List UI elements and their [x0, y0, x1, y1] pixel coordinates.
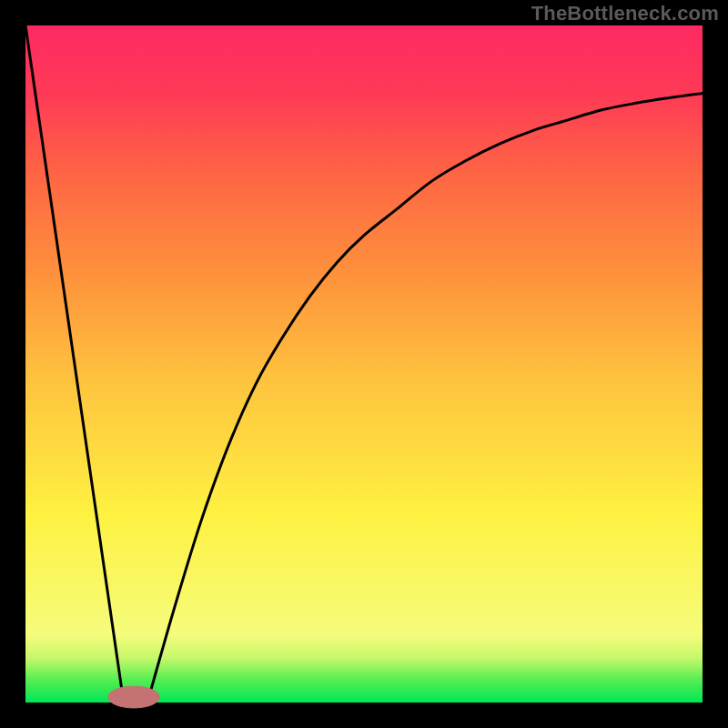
chart-svg [25, 25, 703, 703]
minimum-marker [108, 686, 160, 708]
chart-frame: TheBottleneck.com [0, 0, 728, 728]
curve-right-branch [147, 93, 703, 703]
plot-area [25, 25, 703, 703]
curve-left-branch [25, 25, 124, 703]
watermark-text: TheBottleneck.com [531, 2, 719, 25]
